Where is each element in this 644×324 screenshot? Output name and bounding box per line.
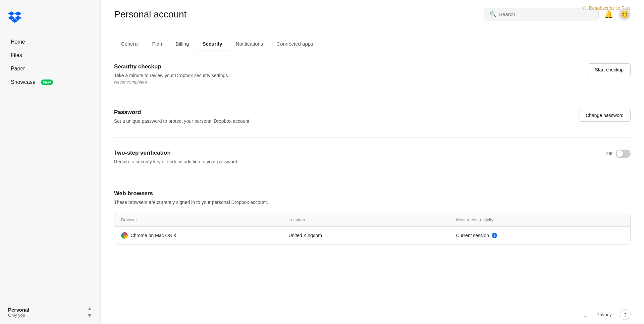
sidebar-item-label: Files	[11, 52, 22, 58]
tab-billing[interactable]: Billing	[169, 37, 196, 51]
two-step-toggle-label: Off	[606, 151, 612, 156]
password-info: Password Set a unique password to protec…	[114, 109, 251, 125]
sidebar-logo	[0, 0, 100, 32]
two-step-toggle-wrap: Off	[606, 150, 631, 158]
sidebar-personal-subtitle: Only you	[8, 313, 29, 318]
header-left: Personal account	[114, 9, 186, 20]
chevron-down-icon: ▼	[87, 313, 92, 319]
sidebar-item-showcase[interactable]: Showcase New	[3, 76, 98, 89]
toggle-knob	[616, 150, 623, 157]
sidebar-item-files[interactable]: Files	[3, 49, 98, 62]
sidebar-item-label: Showcase	[11, 79, 36, 85]
table-header: Browser Location Most recent activity	[114, 213, 630, 227]
tab-general[interactable]: General	[114, 37, 145, 51]
new-badge: New	[41, 79, 53, 85]
browser-activity: Current session	[456, 233, 489, 238]
table-cell-browser: Chrome on Mac OS X	[121, 232, 288, 239]
security-checkup-section: Security checkup Take a minute to review…	[114, 51, 631, 97]
tab-security[interactable]: Security	[196, 37, 229, 51]
security-checkup-desc: Take a minute to review your Dropbox sec…	[114, 73, 229, 78]
two-step-action: Off	[606, 150, 631, 158]
security-checkup-action: Start checkup	[588, 63, 631, 76]
search-box[interactable]: 🔍	[484, 8, 599, 20]
password-title: Password	[114, 109, 251, 116]
question-mark-icon: ?	[624, 312, 627, 318]
table-cell-activity: Current session i	[456, 233, 624, 238]
sidebar-personal-title: Personal	[8, 307, 29, 313]
table-row: Chrome on Mac OS X United Kingdom Curren…	[114, 227, 630, 244]
bottom-bar: ... Privacy ?	[101, 305, 644, 324]
web-browsers-title: Web browsers	[114, 190, 631, 197]
web-browsers-desc: These browsers are currently signed in t…	[114, 200, 631, 205]
password-desc: Set a unique password to protect your pe…	[114, 118, 251, 124]
password-action: Change password	[579, 109, 631, 122]
sidebar-footer-chevron[interactable]: ▲ ▼	[87, 306, 92, 319]
sidebar-item-home[interactable]: Home	[3, 36, 98, 48]
page-title: Personal account	[114, 9, 186, 20]
two-step-title: Two-step verification	[114, 150, 238, 156]
table-header-activity: Most recent activity	[456, 217, 624, 222]
sidebar-item-label: Home	[11, 39, 25, 45]
star-icon: ☆	[582, 5, 587, 11]
table-header-browser: Browser	[121, 217, 288, 222]
password-section: Password Set a unique password to protec…	[114, 97, 631, 138]
two-step-info: Two-step verification Require a security…	[114, 150, 238, 166]
privacy-link[interactable]: Privacy	[596, 312, 612, 317]
chevron-up-icon: ▲	[87, 306, 92, 312]
chrome-icon	[121, 232, 128, 239]
table-header-location: Location	[288, 217, 456, 222]
header: Personal account 🔍 🔔 😊	[101, 0, 644, 26]
table-cell-location: United Kingdom	[288, 233, 456, 238]
security-checkup-note: Never completed	[114, 79, 229, 85]
bell-icon[interactable]: 🔔	[604, 10, 613, 19]
sidebar-item-paper[interactable]: Paper	[3, 62, 98, 75]
tab-connected-apps[interactable]: Connected apps	[270, 37, 320, 51]
sidebar-item-label: Paper	[11, 66, 25, 72]
two-step-section: Two-step verification Require a security…	[114, 138, 631, 178]
tab-plan[interactable]: Plan	[145, 37, 169, 51]
resubscribe-label: Resubscribe to Plus	[589, 5, 631, 11]
two-step-toggle[interactable]	[616, 150, 631, 158]
web-browsers-section: Web browsers These browsers are currentl…	[114, 178, 631, 257]
more-options-icon[interactable]: ...	[581, 311, 588, 318]
avatar-icon: 😊	[621, 10, 629, 18]
tab-notifications[interactable]: Notifications	[229, 37, 270, 51]
main-content: ☆ Resubscribe to Plus Personal account 🔍…	[101, 0, 644, 324]
security-checkup-info: Security checkup Take a minute to review…	[114, 63, 229, 85]
sidebar-footer-info: Personal Only you	[8, 307, 29, 318]
sidebar-footer: Personal Only you ▲ ▼	[0, 300, 100, 324]
dropbox-logo-icon	[8, 9, 21, 23]
sidebar-nav: Home Files Paper Showcase New	[0, 32, 100, 300]
search-input[interactable]	[499, 11, 593, 17]
browser-name: Chrome on Mac OS X	[130, 233, 176, 238]
sidebar: Home Files Paper Showcase New Personal O…	[0, 0, 101, 324]
browsers-table: Browser Location Most recent activity Ch…	[114, 213, 631, 245]
help-button[interactable]: ?	[620, 309, 631, 320]
search-icon: 🔍	[490, 11, 496, 17]
content-area: General Plan Billing Security Notificati…	[101, 26, 644, 324]
two-step-desc: Require a security key or code in additi…	[114, 159, 238, 164]
tabs: General Plan Billing Security Notificati…	[114, 37, 631, 51]
resubscribe-link[interactable]: ☆ Resubscribe to Plus	[582, 5, 631, 11]
security-checkup-title: Security checkup	[114, 63, 229, 70]
change-password-button[interactable]: Change password	[579, 109, 631, 122]
info-icon[interactable]: i	[492, 233, 497, 238]
browser-location: United Kingdom	[288, 233, 322, 238]
start-checkup-button[interactable]: Start checkup	[588, 63, 631, 76]
